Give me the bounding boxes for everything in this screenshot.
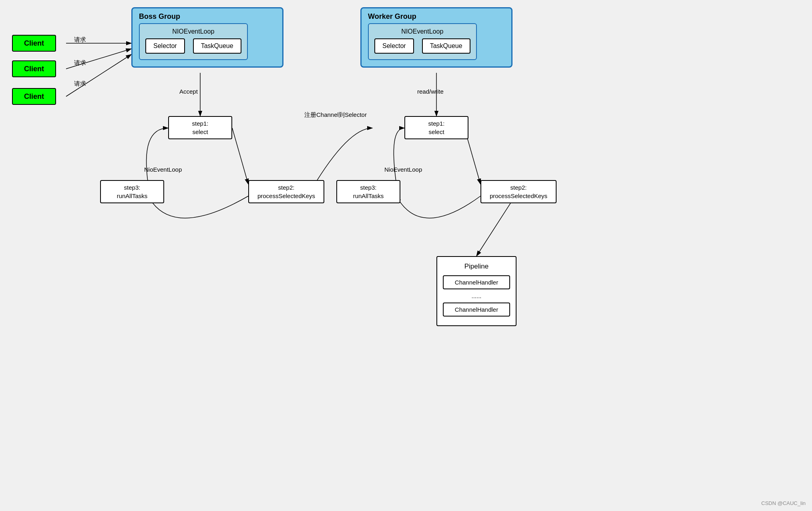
boss-step2-box: step2:processSelectedKeys — [248, 180, 324, 203]
pipeline-container: Pipeline ChannelHandler ...... ChannelHa… — [436, 256, 517, 326]
svg-line-5 — [232, 128, 248, 184]
svg-line-8 — [476, 200, 513, 256]
boss-group-title: Boss Group — [139, 12, 276, 21]
watermark: CSDN @CAUC_lin — [761, 500, 806, 506]
accept-label: Accept — [179, 88, 198, 95]
worker-step3-box: step3:runAllTasks — [336, 180, 400, 203]
pipeline-dots: ...... — [443, 293, 510, 299]
pipeline-title: Pipeline — [443, 263, 510, 271]
worker-nioeventloop-items: Selector TaskQueue — [374, 38, 470, 54]
boss-nioeventloop-title: NIOEventLoop — [172, 28, 214, 35]
client3-label: Client — [24, 92, 44, 101]
client2-label: Client — [24, 65, 44, 73]
boss-taskqueue-box: TaskQueue — [193, 38, 241, 54]
worker-nioeventloop: NIOEventLoop Selector TaskQueue — [368, 23, 477, 60]
arrows-svg — [0, 0, 812, 511]
worker-loop-label: NioEventLoop — [384, 166, 422, 173]
worker-nioeventloop-title: NIOEventLoop — [401, 28, 443, 35]
boss-step3-label: step3:runAllTasks — [117, 183, 148, 200]
pipeline-handler1: ChannelHandler — [443, 275, 510, 289]
worker-step3-label: step3:runAllTasks — [353, 183, 384, 200]
worker-group-title: Worker Group — [368, 12, 505, 21]
request1-label: 请求 — [74, 36, 86, 44]
boss-group-container: Boss Group NIOEventLoop Selector TaskQue… — [131, 7, 283, 68]
worker-taskqueue-box: TaskQueue — [422, 38, 470, 54]
worker-selector-box: Selector — [374, 38, 414, 54]
register-channel-label: 注册Channel到Selector — [304, 111, 367, 119]
boss-step3-box: step3:runAllTasks — [100, 180, 164, 203]
diagram-container: Client Client Client 请求 请求 请求 Boss Group… — [0, 0, 812, 511]
client3-box: Client — [12, 88, 56, 105]
worker-group-container: Worker Group NIOEventLoop Selector TaskQ… — [360, 7, 513, 68]
boss-step1-label: step1:select — [192, 119, 209, 136]
worker-step1-box: step1:select — [404, 116, 468, 139]
pipeline-handler2: ChannelHandler — [443, 303, 510, 317]
client1-label: Client — [24, 39, 44, 48]
request2-label: 请求 — [74, 59, 86, 67]
client2-box: Client — [12, 60, 56, 77]
client1-box: Client — [12, 35, 56, 52]
worker-step2-box: step2:processSelectedKeys — [480, 180, 557, 203]
boss-loop-label: NioEventLoop — [144, 166, 182, 173]
boss-step1-box: step1:select — [168, 116, 232, 139]
boss-nioeventloop: NIOEventLoop Selector TaskQueue — [139, 23, 248, 60]
worker-step1-label: step1:select — [428, 119, 445, 136]
read-write-label: read/write — [417, 88, 444, 95]
boss-step2-label: step2:processSelectedKeys — [257, 183, 315, 200]
boss-selector-box: Selector — [145, 38, 185, 54]
worker-step2-label: step2:processSelectedKeys — [490, 183, 547, 200]
request3-label: 请求 — [74, 80, 86, 88]
boss-nioeventloop-items: Selector TaskQueue — [145, 38, 241, 54]
